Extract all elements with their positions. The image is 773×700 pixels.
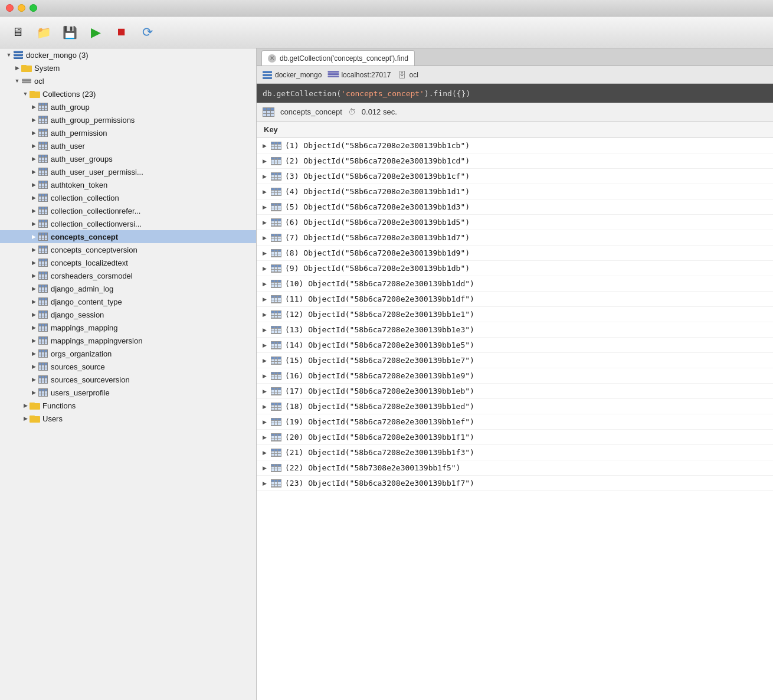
result-row[interactable]: ▶ (9) ObjectId("58b6ca7208e2e300139bb1db… xyxy=(257,261,773,276)
column-key-label: Key xyxy=(264,125,278,134)
result-row[interactable]: ▶ (20) ObjectId("58b6ca7208e2e300139bb1f… xyxy=(257,430,773,445)
row-table-icon xyxy=(271,372,281,380)
close-button[interactable] xyxy=(6,4,14,12)
result-row[interactable]: ▶ (8) ObjectId("58b6ca7208e2e300139bb1d9… xyxy=(257,246,773,261)
row-table-icon xyxy=(271,172,281,181)
sidebar-item-mappings-mappingversion[interactable]: ▶ mappings_mappingversion xyxy=(0,334,256,347)
result-row[interactable]: ▶ (1) ObjectId("58b6ca7208e2e300139bb1cb… xyxy=(257,138,773,153)
result-row[interactable]: ▶ (14) ObjectId("58b6ca7208e2e300139bb1e… xyxy=(257,338,773,353)
row-text: (20) ObjectId("58b6ca7208e2e300139bb1f1"… xyxy=(285,433,474,441)
label: concepts_concept xyxy=(51,233,118,241)
result-row[interactable]: ▶ (12) ObjectId("58b6ca7208e2e300139bb1e… xyxy=(257,307,773,322)
row-table-icon xyxy=(271,403,281,411)
sidebar-item-concepts-localizedtext[interactable]: ▶ concepts_localizedtext xyxy=(0,256,256,269)
result-row[interactable]: ▶ (2) ObjectId("58b6ca7208e2e300139bb1cd… xyxy=(257,153,773,169)
sidebar-item-users-userprofile[interactable]: ▶ users_userprofile xyxy=(0,386,256,399)
sidebar-item-root[interactable]: ▼ docker_mongo (3) xyxy=(0,48,256,61)
conn-db-item: 🗄 ocl xyxy=(398,70,418,80)
label: orgs_organization xyxy=(51,349,112,358)
sidebar-item-collection-collectionversi[interactable]: ▶ collection_collectionversi... xyxy=(0,217,256,230)
result-row[interactable]: ▶ (3) ObjectId("58b6ca7208e2e300139bb1cf… xyxy=(257,169,773,184)
sidebar-item-mappings-mapping[interactable]: ▶ mappings_mapping xyxy=(0,321,256,334)
row-table-icon xyxy=(271,387,281,395)
row-expand-arrow: ▶ xyxy=(261,388,267,394)
sidebar-item-collections[interactable]: ▼ Collections (23) xyxy=(0,87,256,100)
maximize-button[interactable] xyxy=(30,4,37,12)
stop-button[interactable]: ⏹ xyxy=(111,22,132,43)
refresh-icon: ⟳ xyxy=(142,25,153,40)
run-button[interactable]: ▶ xyxy=(85,22,106,43)
sidebar-item-django-content-type[interactable]: ▶ django_content_type xyxy=(0,295,256,308)
result-row[interactable]: ▶ (5) ObjectId("58b6ca7208e2e300139bb1d3… xyxy=(257,199,773,215)
result-row[interactable]: ▶ (13) ObjectId("58b6ca7208e2e300139bb1e… xyxy=(257,322,773,338)
sidebar-item-django-session[interactable]: ▶ django_session xyxy=(0,308,256,321)
table-auth-group-icon xyxy=(38,102,48,112)
result-row[interactable]: ▶ (22) ObjectId("58b7308e2e300139bb1f5") xyxy=(257,460,773,476)
folder-users-icon xyxy=(30,414,40,423)
sidebar-item-functions[interactable]: ▶ Functions xyxy=(0,399,256,412)
result-row[interactable]: ▶ (18) ObjectId("58b6ca7208e2e300139bb1e… xyxy=(257,399,773,414)
connect-button[interactable]: 🖥 xyxy=(7,22,28,43)
sidebar-item-ocl[interactable]: ▼ ocl xyxy=(0,74,256,87)
result-row[interactable]: ▶ (10) ObjectId("58b6ca7208e2e300139bb1d… xyxy=(257,276,773,292)
conn-server-label: docker_mongo xyxy=(275,71,322,79)
table-icon xyxy=(38,193,48,202)
query-tab[interactable]: ✕ db.getCollection('concepts_concept').f… xyxy=(261,50,415,66)
sidebar-item-django-admin-log[interactable]: ▶ django_admin_log xyxy=(0,282,256,295)
table-icon xyxy=(38,219,48,228)
sidebar-item-authtoken-token[interactable]: ▶ authtoken_token xyxy=(0,178,256,191)
minimize-button[interactable] xyxy=(18,4,25,12)
row-table-icon xyxy=(271,326,281,334)
sidebar-item-system[interactable]: ▶ System xyxy=(0,61,256,74)
result-row[interactable]: ▶ (17) ObjectId("58b6ca7208e2e300139bb1e… xyxy=(257,384,773,399)
folder-collections-icon xyxy=(30,89,40,99)
sidebar-item-collection-collection[interactable]: ▶ collection_collection xyxy=(0,191,256,204)
tab-close-button[interactable]: ✕ xyxy=(268,54,276,63)
label: auth_group_permissions xyxy=(51,116,135,125)
result-row[interactable]: ▶ (6) ObjectId("58b6ca7208e2e300139bb1d5… xyxy=(257,215,773,230)
result-row[interactable]: ▶ (11) ObjectId("58b6ca7208e2e300139bb1d… xyxy=(257,292,773,307)
collections-label: Collections (23) xyxy=(42,90,96,99)
sidebar-item-auth-user-groups[interactable]: ▶ auth_user_groups xyxy=(0,152,256,165)
row-table-icon xyxy=(271,295,281,303)
query-text[interactable]: db.getCollection('concepts_concept').fin… xyxy=(263,89,470,98)
refresh-button[interactable]: ⟳ xyxy=(137,22,158,43)
sidebar-item-sources-sourceversion[interactable]: ▶ sources_sourceversion xyxy=(0,373,256,386)
sidebar-item-auth-user-user-permissi[interactable]: ▶ auth_user_user_permissi... xyxy=(0,165,256,178)
row-text: (14) ObjectId("58b6ca7208e2e300139bb1e5"… xyxy=(285,341,474,349)
sidebar-item-collection-collectionrefer[interactable]: ▶ collection_collectionrefer... xyxy=(0,204,256,217)
table-icon xyxy=(38,232,48,241)
result-row[interactable]: ▶ (19) ObjectId("58b6ca7208e2e300139bb1e… xyxy=(257,414,773,430)
sidebar-item-auth-group[interactable]: ▶ auth_group xyxy=(0,100,256,113)
conn-db-icon: 🗄 xyxy=(398,70,406,80)
label: collection_collectionrefer... xyxy=(51,207,140,215)
sidebar-item-concepts-conceptversion[interactable]: ▶ concepts_conceptversion xyxy=(0,243,256,256)
sidebar-item-auth-group-permissions[interactable]: ▶ auth_group_permissions xyxy=(0,113,256,126)
result-row[interactable]: ▶ (21) ObjectId("58b6ca7208e2e300139bb1f… xyxy=(257,445,773,460)
result-row[interactable]: ▶ (4) ObjectId("58b6ca7208e2e300139bb1d1… xyxy=(257,184,773,199)
arrow-functions: ▶ xyxy=(21,401,30,410)
sidebar-item-users-folder[interactable]: ▶ Users xyxy=(0,412,256,425)
folder-functions-icon xyxy=(30,401,40,410)
result-row[interactable]: ▶ (7) ObjectId("58b6ca7208e2e300139bb1d7… xyxy=(257,230,773,246)
row-expand-arrow: ▶ xyxy=(261,220,267,225)
row-text: (8) ObjectId("58b6ca7208e2e300139bb1d9") xyxy=(285,248,470,257)
sidebar-item-orgs-organization[interactable]: ▶ orgs_organization xyxy=(0,347,256,360)
sidebar-item-concepts-concept[interactable]: ▶ concepts_concept xyxy=(0,230,256,243)
conn-server-item: docker_mongo xyxy=(263,71,322,79)
table-icon xyxy=(38,167,48,176)
save-button[interactable]: 💾 xyxy=(59,22,80,43)
result-row[interactable]: ▶ (15) ObjectId("58b6ca7208e2e300139bb1e… xyxy=(257,353,773,368)
row-text: (17) ObjectId("58b6ca7208e2e300139bb1eb"… xyxy=(285,387,474,395)
open-button[interactable]: 📁 xyxy=(33,22,54,43)
conn-db-label: ocl xyxy=(409,71,418,79)
result-row[interactable]: ▶ (16) ObjectId("58b6ca7208e2e300139bb1e… xyxy=(257,368,773,384)
label: django_content_type xyxy=(51,297,122,306)
sidebar-item-corsheaders-corsmodel[interactable]: ▶ corsheaders_corsmodel xyxy=(0,269,256,282)
sidebar-item-auth-user[interactable]: ▶ auth_user xyxy=(0,139,256,152)
column-header: Key xyxy=(257,122,773,138)
sidebar-item-auth-permission[interactable]: ▶ auth_permission xyxy=(0,126,256,139)
result-row[interactable]: ▶ (23) ObjectId("58b6ca3208e2e300139bb1f… xyxy=(257,476,773,491)
query-bar: db.getCollection('concepts_concept').fin… xyxy=(257,84,773,103)
sidebar-item-sources-source[interactable]: ▶ sources_source xyxy=(0,360,256,373)
